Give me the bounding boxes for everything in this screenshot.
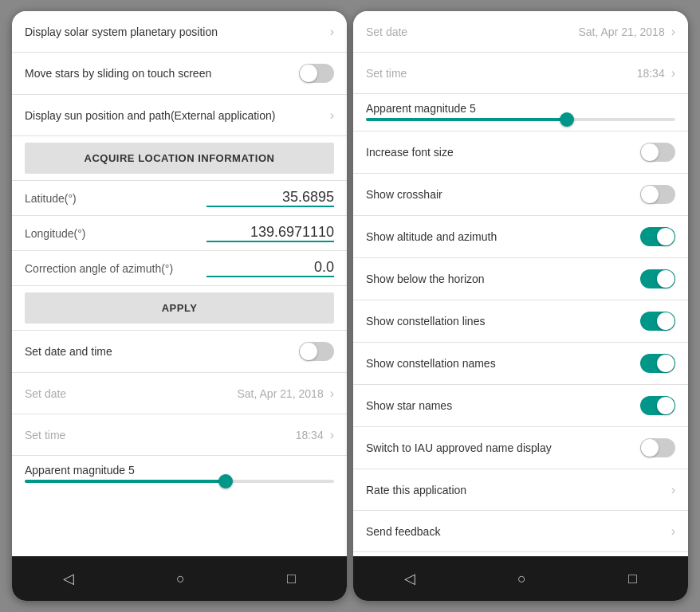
show-altitude-item[interactable]: Show altitude and azimuth	[353, 216, 688, 258]
right-nav-bar: ◁ ○ □	[353, 556, 688, 601]
send-feedback-chevron: ›	[671, 524, 675, 539]
azimuth-label: Correction angle of azimuth(°)	[25, 262, 173, 275]
set-time-chevron: ›	[330, 428, 334, 442]
display-solar-label: Display solar system planetary position	[25, 26, 324, 38]
right-slider-thumb[interactable]	[560, 112, 574, 127]
show-altitude-label: Show altitude and azimuth	[366, 230, 640, 243]
right-back-button[interactable]: ◁	[404, 570, 415, 587]
show-below-toggle[interactable]	[640, 269, 675, 288]
magnitude-row: Apparent magnitude 5	[12, 456, 347, 480]
apply-btn-container: APPLY	[12, 286, 347, 331]
left-back-button[interactable]: ◁	[63, 570, 74, 587]
show-crosshair-label: Show crosshair	[366, 188, 640, 201]
right-set-date-item[interactable]: Set date Sat, Apr 21, 2018 ›	[353, 11, 688, 53]
show-crosshair-toggle[interactable]	[640, 185, 675, 204]
right-magnitude-row: Apparent magnitude 5	[353, 94, 688, 118]
left-phone: Display solar system planetary position …	[12, 11, 347, 601]
move-stars-label: Move stars by sliding on touch screen	[25, 67, 299, 80]
rate-app-label: Rate this application	[366, 484, 665, 496]
display-sun-chevron: ›	[330, 108, 334, 123]
left-slider-thumb[interactable]	[218, 474, 233, 488]
set-time-item[interactable]: Set time 18:34 ›	[12, 414, 347, 456]
acquire-btn-container: ACQUIRE LOCATION INFORMATION	[12, 136, 347, 181]
right-slider-fill	[366, 118, 567, 121]
set-date-item[interactable]: Set date Sat, Apr 21, 2018 ›	[12, 373, 347, 414]
display-solar-chevron: ›	[330, 25, 334, 39]
increase-font-item[interactable]: Increase font size	[353, 131, 688, 174]
rate-app-chevron: ›	[671, 483, 675, 497]
right-set-date-value: Sat, Apr 21, 2018	[515, 26, 664, 38]
set-time-value: 18:34	[174, 429, 323, 441]
left-settings-list: Display solar system planetary position …	[12, 11, 347, 556]
show-star-names-label: Show star names	[366, 399, 640, 412]
set-date-time-knob	[300, 343, 317, 360]
set-date-time-label: Set date and time	[25, 345, 299, 358]
show-constellation-names-item[interactable]: Show constellation names	[353, 343, 688, 385]
set-date-time-toggle[interactable]	[299, 342, 334, 361]
set-date-time-item[interactable]: Set date and time	[12, 331, 347, 373]
move-stars-knob	[300, 65, 317, 82]
increase-font-label: Increase font size	[366, 146, 640, 159]
magnitude-label: Apparent magnitude 5	[25, 464, 334, 477]
left-screen: Display solar system planetary position …	[12, 11, 347, 556]
show-constellation-names-toggle[interactable]	[640, 354, 675, 373]
increase-font-toggle[interactable]	[640, 143, 675, 162]
right-set-date-chevron: ›	[671, 25, 675, 39]
latitude-input[interactable]	[206, 189, 334, 207]
right-set-time-chevron: ›	[671, 66, 675, 80]
send-feedback-item[interactable]: Send feedback ›	[353, 511, 688, 552]
latitude-row: Latitude(°)	[12, 181, 347, 216]
show-constellation-lines-label: Show constellation lines	[366, 315, 640, 328]
show-constellation-names-knob	[657, 355, 674, 372]
show-star-names-toggle[interactable]	[640, 396, 675, 415]
acquire-location-button[interactable]: ACQUIRE LOCATION INFORMATION	[25, 143, 334, 174]
show-altitude-knob	[657, 228, 674, 245]
apply-button[interactable]: APPLY	[25, 292, 334, 324]
show-below-knob	[657, 270, 674, 288]
rate-app-item[interactable]: Rate this application ›	[353, 469, 688, 511]
show-constellation-names-label: Show constellation names	[366, 357, 640, 370]
right-slider-track[interactable]	[366, 118, 675, 121]
right-magnitude-label: Apparent magnitude 5	[366, 102, 675, 115]
right-set-time-value: 18:34	[515, 67, 664, 80]
longitude-row: Longitude(°)	[12, 216, 347, 251]
move-stars-toggle[interactable]	[299, 64, 334, 83]
show-star-names-knob	[657, 397, 674, 414]
right-set-time-label: Set time	[366, 67, 515, 80]
right-phone: Set date Sat, Apr 21, 2018 › Set time 18…	[353, 11, 688, 601]
set-date-label: Set date	[25, 387, 174, 400]
show-constellation-lines-knob	[657, 312, 674, 330]
switch-iau-label: Switch to IAU approved name display	[366, 441, 640, 454]
show-below-item[interactable]: Show below the horizon	[353, 258, 688, 300]
display-sun-item[interactable]: Display sun position and path(External a…	[12, 95, 347, 136]
display-sun-label: Display sun position and path(External a…	[25, 109, 324, 122]
show-altitude-toggle[interactable]	[640, 227, 675, 246]
show-constellation-lines-item[interactable]: Show constellation lines	[353, 300, 688, 343]
set-date-value: Sat, Apr 21, 2018	[174, 387, 323, 400]
azimuth-input[interactable]	[206, 259, 334, 277]
switch-iau-item[interactable]: Switch to IAU approved name display	[353, 427, 688, 469]
left-slider-fill	[25, 480, 226, 483]
set-date-chevron: ›	[330, 386, 334, 401]
show-constellation-lines-toggle[interactable]	[640, 312, 675, 331]
right-home-button[interactable]: ○	[517, 571, 526, 587]
switch-iau-toggle[interactable]	[640, 438, 675, 457]
show-crosshair-knob	[641, 186, 659, 203]
right-recent-button[interactable]: □	[628, 571, 637, 587]
right-screen: Set date Sat, Apr 21, 2018 › Set time 18…	[353, 11, 688, 556]
longitude-input[interactable]	[206, 224, 334, 242]
left-nav-bar: ◁ ○ □	[12, 556, 347, 601]
right-settings-list: Set date Sat, Apr 21, 2018 › Set time 18…	[353, 11, 688, 556]
set-time-label: Set time	[25, 429, 174, 441]
show-star-names-item[interactable]: Show star names	[353, 385, 688, 427]
left-home-button[interactable]: ○	[176, 571, 185, 587]
display-solar-item[interactable]: Display solar system planetary position …	[12, 11, 347, 53]
show-crosshair-item[interactable]: Show crosshair	[353, 174, 688, 216]
left-slider-track[interactable]	[25, 480, 334, 483]
move-stars-item[interactable]: Move stars by sliding on touch screen	[12, 53, 347, 95]
right-set-date-label: Set date	[366, 26, 515, 38]
right-set-time-item[interactable]: Set time 18:34 ›	[353, 53, 688, 94]
left-recent-button[interactable]: □	[287, 571, 296, 587]
right-toggle-items: Increase font sizeShow crosshairShow alt…	[353, 131, 688, 469]
switch-iau-knob	[641, 439, 659, 457]
